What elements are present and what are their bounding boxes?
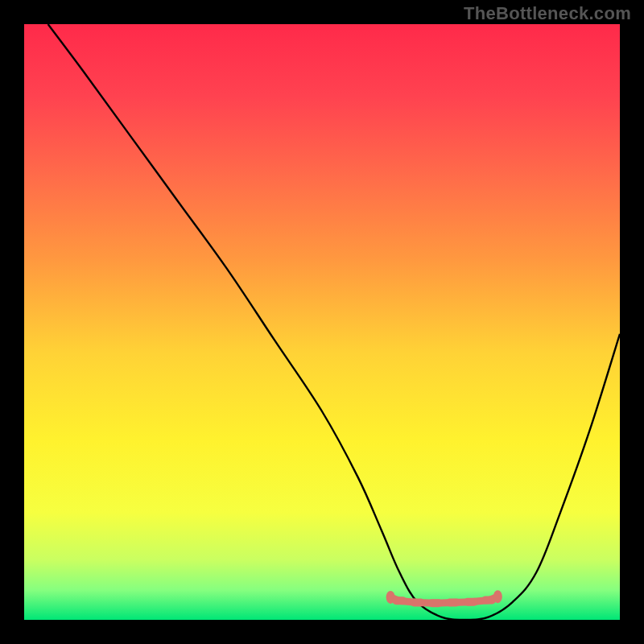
chart-svg <box>24 24 620 620</box>
chart-plot-area <box>24 24 620 620</box>
optimal-range-marker <box>410 599 424 607</box>
watermark-text: TheBottleneck.com <box>464 3 631 24</box>
optimal-range-marker <box>493 590 502 603</box>
optimal-range-marker <box>464 598 478 606</box>
optimal-range-marker <box>446 599 460 607</box>
optimal-range-marker <box>428 599 443 607</box>
optimal-range-marker <box>392 597 407 605</box>
